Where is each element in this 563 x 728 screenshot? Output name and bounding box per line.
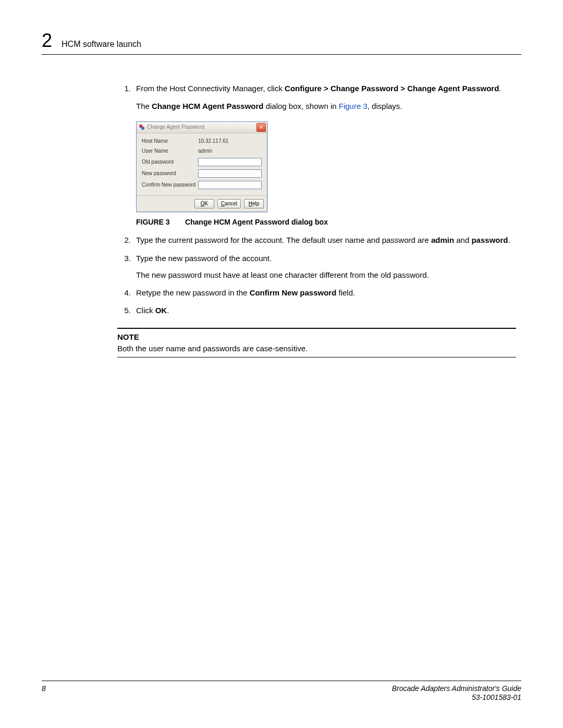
step-3-subtext: The new password must have at least one … — [136, 270, 516, 280]
chapter-number: 2 — [42, 31, 52, 50]
doc-id: 53-1001583-01 — [392, 693, 521, 702]
step-1-post: . — [499, 84, 501, 93]
step-4: 4. Retype the new password in the Confir… — [117, 288, 516, 298]
body-content: 1. From the Host Connectivity Manager, c… — [117, 83, 516, 357]
step-3: 3. Type the new password of the account.… — [117, 253, 516, 281]
page-header: 2 HCM software launch — [42, 31, 521, 55]
old-password-input[interactable] — [198, 158, 262, 166]
step-4-pre: Retype the new password in the — [136, 288, 250, 297]
host-name-value: 10.32.117.61 — [198, 138, 262, 145]
step-5-bold: OK — [155, 306, 167, 315]
help-rest: elp — [252, 201, 259, 206]
app-icon — [139, 124, 145, 130]
user-name-label: User Name — [142, 147, 198, 155]
user-name-value: admin — [198, 147, 262, 155]
ok-button[interactable]: OK — [194, 199, 214, 208]
figure-3-link[interactable]: Figure 3 — [339, 102, 368, 110]
figure-caption: FIGURE 3 Change HCM Agent Password dialo… — [136, 217, 516, 227]
step-2-post: . — [508, 236, 510, 244]
cancel-button[interactable]: Cancel — [217, 199, 241, 208]
step-5-post: . — [167, 306, 169, 315]
old-password-label: Old password — [142, 158, 198, 166]
step-5-number: 5. — [117, 305, 136, 316]
new-password-label: New password — [142, 170, 198, 177]
confirm-password-label: Confirm New password — [142, 181, 198, 189]
step-5-text: Click OK. — [136, 305, 516, 316]
step-1-sub-post: , displays. — [368, 102, 402, 110]
new-password-input[interactable] — [198, 169, 262, 178]
step-1-number: 1. — [117, 83, 136, 94]
step-2-bold1: admin — [431, 236, 454, 244]
step-2-number: 2. — [117, 235, 136, 245]
step-4-text: Retype the new password in the Confirm N… — [136, 288, 516, 298]
step-3-number: 3. — [117, 253, 136, 281]
page-footer: 8 Brocade Adapters Administrator's Guide… — [42, 681, 521, 702]
confirm-password-input[interactable] — [198, 181, 262, 189]
step-2: 2. Type the current password for the acc… — [117, 235, 516, 245]
step-2-pre: Type the current password for the accoun… — [136, 236, 431, 244]
doc-title: Brocade Adapters Administrator's Guide — [392, 684, 521, 693]
figure-title: Change HCM Agent Password dialog box — [185, 218, 328, 226]
step-1-text: From the Host Connectivity Manager, clic… — [136, 83, 516, 94]
note-heading: NOTE — [117, 332, 516, 342]
step-4-bold: Confirm New password — [250, 288, 337, 297]
dialog-figure: Change Agent Password × Host Name 10.32.… — [136, 121, 516, 212]
step-1-pre: From the Host Connectivity Manager, clic… — [136, 84, 285, 93]
step-1-sub-mid: dialog box, shown in — [263, 102, 338, 110]
section-title: HCM software launch — [62, 40, 141, 49]
note-block: NOTE Both the user name and passwords ar… — [117, 328, 516, 358]
ok-underline: O — [201, 201, 205, 206]
ok-rest: K — [204, 201, 208, 206]
cancel-underline: C — [221, 201, 225, 206]
svg-point-1 — [141, 127, 144, 130]
step-1-subtext: The Change HCM Agent Password dialog box… — [136, 101, 516, 112]
host-name-label: Host Name — [142, 138, 198, 145]
step-1-sub-bold: Change HCM Agent Password — [152, 102, 263, 110]
help-button[interactable]: Help — [244, 199, 264, 208]
step-5-pre: Click — [136, 306, 155, 315]
figure-label: FIGURE 3 — [136, 217, 183, 227]
step-2-mid: and — [454, 236, 471, 244]
dialog-titlebar: Change Agent Password × — [137, 122, 267, 133]
close-button[interactable]: × — [256, 123, 266, 132]
step-4-post: field. — [336, 288, 355, 297]
step-1-bold: Configure > Change Password > Change Age… — [285, 84, 499, 93]
dialog-title: Change Agent Password — [147, 124, 204, 131]
close-icon: × — [260, 125, 263, 130]
note-text: Both the user name and passwords are cas… — [117, 343, 516, 354]
cancel-rest: ancel — [225, 201, 237, 206]
change-agent-password-dialog: Change Agent Password × Host Name 10.32.… — [136, 121, 267, 212]
step-2-text: Type the current password for the accoun… — [136, 235, 516, 245]
step-2-bold2: password — [471, 236, 508, 244]
page-number: 8 — [42, 684, 46, 702]
step-3-text: Type the new password of the account. — [136, 254, 272, 263]
help-underline: H — [249, 201, 252, 206]
step-4-number: 4. — [117, 288, 136, 298]
step-5: 5. Click OK. — [117, 305, 516, 316]
step-1-sub-pre: The — [136, 102, 152, 110]
step-1: 1. From the Host Connectivity Manager, c… — [117, 83, 516, 94]
